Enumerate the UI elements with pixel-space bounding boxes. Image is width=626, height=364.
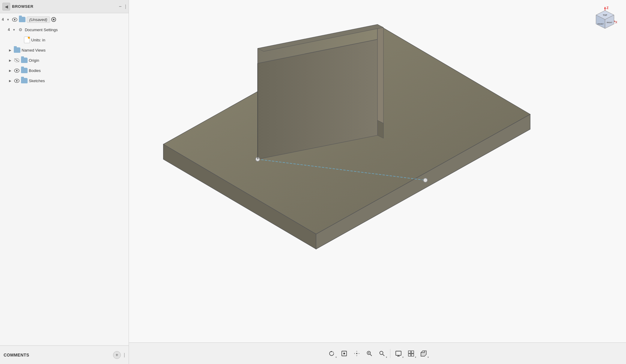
- look-at-button[interactable]: [338, 348, 350, 359]
- sketches-chevron[interactable]: [8, 78, 13, 83]
- origin-eye-icon[interactable]: [14, 57, 20, 63]
- svg-rect-44: [396, 351, 401, 355]
- tree-item-origin[interactable]: Origin: [0, 55, 129, 65]
- bodies-chevron[interactable]: [8, 68, 13, 73]
- browser-divider: |: [125, 4, 126, 9]
- tree-item-units[interactable]: Units: in: [0, 35, 129, 45]
- svg-marker-15: [377, 25, 383, 124]
- named-views-chevron[interactable]: [8, 48, 13, 52]
- tree-item-sketches[interactable]: Sketches: [0, 76, 129, 86]
- svg-text:FRONT: FRONT: [598, 23, 604, 25]
- viewport[interactable]: Z X TOP FRONT RIGHT: [129, 0, 626, 342]
- svg-text:TOP: TOP: [603, 14, 607, 16]
- comments-label: COMMENTS: [4, 353, 110, 357]
- origin-label: Origin: [29, 58, 39, 63]
- view-cube-button[interactable]: [418, 348, 429, 359]
- zoom-button[interactable]: [364, 348, 375, 359]
- svg-point-36: [343, 353, 345, 354]
- origin-chevron[interactable]: [8, 58, 13, 63]
- pan-button[interactable]: [351, 348, 362, 359]
- left-panel: ◀ BROWSER − | 4 (Unsaved) 4 ⚙: [0, 0, 129, 364]
- unsaved-eye-icon[interactable]: [12, 16, 18, 22]
- grid-button[interactable]: [405, 348, 417, 359]
- display-button[interactable]: [393, 348, 404, 359]
- svg-point-1: [14, 19, 15, 20]
- svg-rect-37: [356, 353, 357, 354]
- svg-text:X: X: [615, 20, 617, 24]
- settings-gear-icon: ⚙: [18, 27, 24, 33]
- named-views-folder-icon: [14, 47, 20, 53]
- svg-marker-24: [604, 7, 606, 9]
- record-button[interactable]: [51, 17, 56, 22]
- comments-divider: |: [124, 352, 125, 358]
- named-views-label: Named Views: [22, 48, 46, 52]
- unsaved-folder-icon: [19, 17, 25, 22]
- browser-header: ◀ BROWSER − |: [0, 0, 129, 13]
- origin-folder-icon: [21, 58, 28, 63]
- model-canvas: [129, 0, 626, 342]
- tree-item-doc-settings[interactable]: 4 ⚙ Document Settings: [0, 25, 129, 35]
- svg-rect-47: [408, 351, 411, 353]
- comments-add-button[interactable]: +: [113, 351, 121, 359]
- tree-item-named-views[interactable]: Named Views: [0, 45, 129, 55]
- svg-point-42: [380, 351, 383, 354]
- tree-area: 4 (Unsaved) 4 ⚙ Document Settings: [0, 13, 129, 345]
- unsaved-chevron[interactable]: [6, 17, 10, 22]
- bodies-folder-icon: [21, 68, 28, 73]
- sketches-eye-icon[interactable]: [14, 78, 20, 84]
- units-doc-icon: [24, 37, 30, 43]
- browser-minimize-button[interactable]: −: [117, 4, 123, 10]
- orbit-button[interactable]: [326, 348, 337, 359]
- svg-point-20: [423, 178, 428, 182]
- sketches-label: Sketches: [29, 79, 45, 83]
- tree-item-bodies[interactable]: Bodies: [0, 65, 129, 76]
- svg-rect-50: [411, 354, 414, 356]
- doc-settings-label: Document Settings: [25, 28, 58, 32]
- orientation-cube[interactable]: Z X TOP FRONT RIGHT: [587, 6, 617, 42]
- zoom-window-button[interactable]: [376, 348, 388, 359]
- browser-title: BROWSER: [12, 4, 115, 9]
- bodies-label: Bodies: [29, 68, 41, 73]
- svg-text:Z: Z: [607, 6, 609, 10]
- browser-back-button[interactable]: ◀: [2, 3, 10, 10]
- svg-rect-49: [408, 354, 411, 356]
- svg-marker-17: [377, 120, 383, 138]
- unsaved-indent: 4: [2, 17, 4, 22]
- unsaved-label: (Unsaved): [27, 16, 50, 23]
- svg-marker-52: [421, 351, 426, 356]
- svg-point-6: [16, 70, 18, 71]
- bottom-toolbar: [129, 342, 626, 364]
- doc-settings-indent: 4: [8, 28, 10, 32]
- tree-item-unsaved[interactable]: 4 (Unsaved): [0, 14, 129, 25]
- svg-line-39: [370, 354, 372, 356]
- svg-point-8: [16, 80, 18, 82]
- units-label: Units: in: [31, 38, 45, 42]
- toolbar-divider-1: [390, 349, 390, 358]
- sketches-folder-icon: [21, 78, 28, 83]
- svg-rect-48: [411, 351, 414, 353]
- bodies-eye-icon[interactable]: [14, 67, 20, 73]
- svg-line-43: [383, 354, 384, 356]
- svg-text:RIGHT: RIGHT: [607, 22, 613, 23]
- doc-settings-chevron[interactable]: [12, 27, 16, 32]
- comments-bar: COMMENTS + |: [0, 345, 129, 364]
